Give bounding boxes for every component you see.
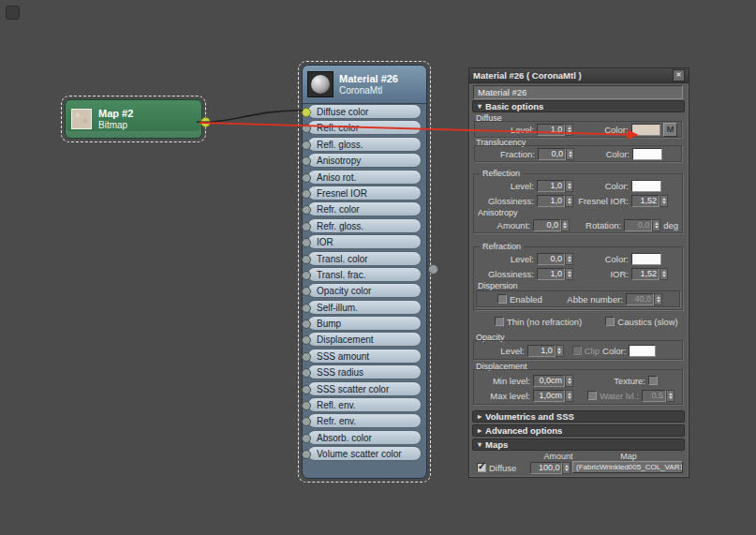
slot-sss-radius[interactable]: SSS radius: [307, 364, 422, 379]
slot-ior[interactable]: IOR: [307, 234, 422, 249]
map-output-connector[interactable]: [200, 117, 211, 127]
material-node[interactable]: Material #26 CoronaMtl Diffuse color Ref…: [298, 61, 431, 483]
slot-aniso-rot[interactable]: Aniso rot.: [307, 170, 422, 185]
anisotropy-amount-field[interactable]: 0,0: [533, 219, 561, 231]
translucency-color-swatch[interactable]: [632, 148, 662, 160]
spinner-icon[interactable]: [565, 124, 573, 136]
material-node-body[interactable]: Material #26 CoronaMtl Diffuse color Ref…: [302, 65, 427, 479]
slot-refr-color[interactable]: Refr. color: [307, 201, 422, 216]
slot-volume-scatter-color[interactable]: Volume scatter color: [307, 446, 422, 461]
input-connector[interactable]: [302, 108, 311, 117]
spinner-icon[interactable]: [660, 195, 668, 207]
input-connector[interactable]: [302, 205, 311, 215]
reflection-color-swatch[interactable]: [631, 180, 661, 192]
input-connector[interactable]: [302, 385, 311, 394]
abbe-number-field[interactable]: 40,0: [626, 293, 654, 305]
diffuse-color-swatch[interactable]: [631, 124, 661, 136]
input-connector[interactable]: [302, 238, 311, 247]
slot-transl-color[interactable]: Transl. color: [307, 251, 422, 266]
material-node-header[interactable]: Material #26 CoronaMtl: [303, 66, 426, 104]
input-connector[interactable]: [302, 304, 311, 313]
slot-refr-env[interactable]: Refr. env.: [307, 413, 422, 428]
refraction-ior-field[interactable]: 1,52: [631, 268, 660, 280]
spinner-icon[interactable]: [565, 268, 573, 280]
map-node[interactable]: Map #2 Bitmap: [61, 96, 206, 142]
spinner-icon[interactable]: [654, 293, 662, 305]
fresnel-ior-field[interactable]: 1,52: [631, 195, 660, 207]
diffuse-level-field[interactable]: 1,0: [537, 124, 565, 136]
diffuse-map-checkbox[interactable]: [477, 463, 486, 472]
slot-fresnel-ior[interactable]: Fresnel IOR: [307, 186, 422, 201]
rotation-field[interactable]: 0,0: [624, 219, 652, 231]
input-connector[interactable]: [302, 173, 311, 183]
slot-refr-gloss[interactable]: Refr. gloss.: [307, 218, 422, 233]
slot-sss-amount[interactable]: SSS amount: [307, 349, 422, 364]
texture-checkbox[interactable]: [648, 376, 658, 385]
input-connector[interactable]: [302, 417, 311, 426]
water-level-field[interactable]: 0,5: [642, 390, 666, 402]
water-level-checkbox[interactable]: [587, 391, 597, 400]
spinner-icon[interactable]: [565, 253, 573, 265]
opacity-level-field[interactable]: 1,0: [527, 345, 556, 357]
slot-diffuse-color[interactable]: Diffuse color: [307, 104, 422, 119]
spinner-icon[interactable]: [565, 180, 573, 192]
rollout-volumetrics-sss[interactable]: ▸ Volumetrics and SSS: [472, 410, 685, 423]
slot-refl-color[interactable]: Refl. color: [307, 120, 422, 135]
slot-self-illum[interactable]: Self-illum.: [307, 300, 422, 315]
spinner-icon[interactable]: [562, 462, 571, 474]
input-connector[interactable]: [302, 255, 311, 264]
input-connector[interactable]: [302, 368, 311, 378]
input-connector[interactable]: [302, 320, 311, 329]
rollout-maps[interactable]: ▾ Maps: [472, 438, 685, 451]
map-to-diffuse-wire[interactable]: [197, 111, 303, 122]
max-level-field[interactable]: 1,0cm: [533, 390, 565, 402]
close-icon[interactable]: ✕: [673, 69, 685, 82]
slot-absorb-color[interactable]: Absorb. color: [307, 430, 422, 445]
reflection-level-field[interactable]: 1,0: [537, 180, 565, 192]
rollout-advanced-options[interactable]: ▸ Advanced options: [472, 424, 685, 437]
slot-refl-gloss[interactable]: Refl. gloss.: [307, 137, 422, 152]
refraction-level-field[interactable]: 0,0: [537, 253, 565, 265]
input-connector[interactable]: [302, 222, 311, 231]
slot-sss-scatter-color[interactable]: SSS scatter color: [307, 381, 422, 396]
material-output-connector[interactable]: [428, 264, 438, 275]
opacity-color-swatch[interactable]: [629, 345, 656, 357]
spinner-icon[interactable]: [566, 148, 574, 160]
panel-titlebar[interactable]: Material #26 ( CoronaMtl ) ✕: [469, 68, 689, 83]
thin-checkbox[interactable]: [495, 317, 504, 326]
spinner-icon[interactable]: [660, 268, 668, 280]
spinner-icon[interactable]: [565, 390, 573, 402]
spinner-icon[interactable]: [652, 219, 660, 231]
reflection-glossiness-field[interactable]: 1,0: [537, 195, 565, 207]
input-connector[interactable]: [302, 287, 311, 296]
material-name-field[interactable]: Material #26: [473, 85, 683, 99]
slate-material-editor-canvas[interactable]: Map #2 Bitmap Material #26 CoronaMtl Dif…: [0, 0, 756, 535]
input-connector[interactable]: [302, 271, 311, 280]
refraction-color-swatch[interactable]: [631, 253, 661, 265]
input-connector[interactable]: [302, 352, 311, 362]
slot-bump[interactable]: Bump: [307, 316, 422, 331]
clip-checkbox[interactable]: [572, 346, 582, 355]
input-connector[interactable]: [302, 189, 311, 199]
enabled-checkbox[interactable]: [497, 294, 507, 304]
refraction-glossiness-field[interactable]: 1,0: [537, 268, 565, 280]
slot-refl-env[interactable]: Refl. env.: [307, 397, 422, 412]
spinner-icon[interactable]: [565, 195, 573, 207]
input-connector[interactable]: [302, 401, 311, 410]
spinner-icon[interactable]: [565, 375, 573, 387]
input-connector[interactable]: [302, 124, 311, 133]
input-connector[interactable]: [302, 141, 311, 150]
slot-displacement[interactable]: Displacement: [307, 332, 422, 347]
diffuse-map-slot-button[interactable]: (FabricWrinkled005_COL_VAR1.: [572, 461, 683, 473]
slot-transl-frac[interactable]: Transl. frac.: [307, 267, 422, 282]
diffuse-map-button[interactable]: M: [663, 123, 677, 137]
spinner-icon[interactable]: [666, 390, 674, 402]
spinner-icon[interactable]: [556, 345, 564, 357]
min-level-field[interactable]: 0,0cm: [533, 375, 565, 387]
map-node-body[interactable]: Map #2 Bitmap: [65, 99, 202, 139]
input-connector[interactable]: [302, 450, 311, 459]
spinner-icon[interactable]: [561, 219, 570, 231]
slot-opacity-color[interactable]: Opacity color: [307, 283, 422, 298]
input-connector[interactable]: [302, 434, 311, 443]
diffuse-amount-field[interactable]: 100,0: [530, 462, 562, 474]
